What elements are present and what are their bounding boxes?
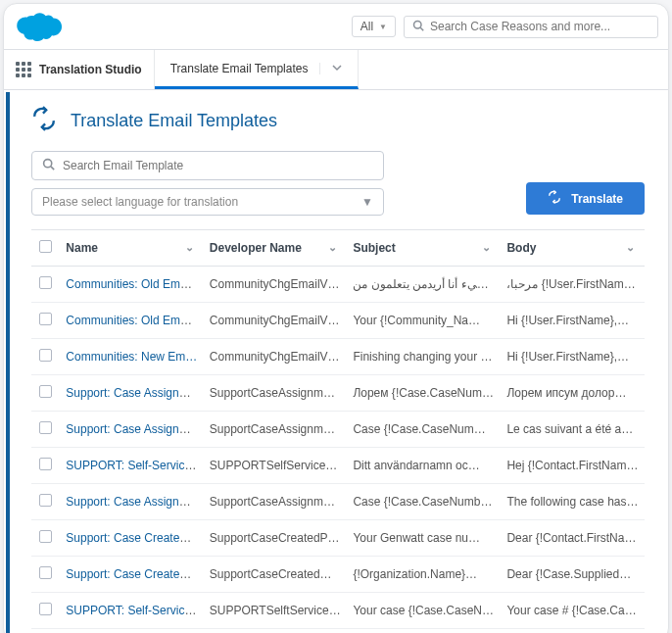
search-icon bbox=[42, 158, 55, 173]
select-all-checkbox[interactable] bbox=[39, 240, 52, 253]
cell-body: Your case # {!Case.Case… bbox=[501, 593, 645, 629]
table-row: Support: Case Assignm…SupportCaseAssignm… bbox=[31, 484, 645, 520]
cell-name: Support: Case Assignm… bbox=[60, 412, 204, 448]
caret-down-icon: ▼ bbox=[361, 195, 373, 209]
row-checkbox[interactable] bbox=[39, 349, 52, 362]
row-checkbox[interactable] bbox=[39, 421, 52, 434]
svg-line-1 bbox=[420, 27, 423, 30]
cell-subject: صحة أي شيء أنا أريدمن يتعلمون من… bbox=[347, 267, 501, 303]
template-link[interactable]: Support: Case Assignm… bbox=[66, 422, 200, 436]
chevron-down-icon: ⌄ bbox=[482, 241, 491, 254]
cell-name: Support: Case Created … bbox=[60, 557, 204, 593]
cell-developer-name: SupportCaseCreatedW… bbox=[204, 557, 348, 593]
app-name: Translation Studio bbox=[39, 63, 142, 76]
tab-dropdown-caret[interactable] bbox=[319, 63, 342, 74]
row-checkbox[interactable] bbox=[39, 494, 52, 507]
row-checkbox[interactable] bbox=[39, 566, 52, 579]
template-link[interactable]: SUPPORT: Self-Service … bbox=[66, 604, 204, 617]
table-row: Support: Case Created …SupportCaseCreate… bbox=[31, 557, 645, 593]
cell-developer-name: SUPPORTSelfServiceNe… bbox=[204, 448, 348, 484]
chevron-down-icon: ⌄ bbox=[328, 241, 337, 254]
cell-subject: {!Organization.Name}… bbox=[347, 557, 501, 593]
row-checkbox[interactable] bbox=[39, 313, 52, 325]
translate-icon bbox=[31, 106, 57, 135]
search-template-box[interactable] bbox=[31, 151, 384, 180]
cell-subject: Your Genwatt case nu… bbox=[347, 520, 501, 557]
salesforce-logo-icon bbox=[14, 10, 63, 43]
row-checkbox[interactable] bbox=[39, 603, 52, 615]
cell-body: ،مرحبا {!User.FirstName}… bbox=[501, 267, 645, 303]
cell-developer-name: CommunityChgEmailV… bbox=[204, 303, 348, 339]
tab-label: Translate Email Templates bbox=[170, 62, 309, 75]
cell-developer-name: CommunityChgEmailV… bbox=[204, 267, 348, 303]
svg-point-0 bbox=[414, 21, 422, 28]
cell-developer-name: SupportCaseCreatedPh… bbox=[204, 520, 348, 557]
cell-developer-name: SupportCaseAssignme… bbox=[204, 484, 348, 520]
table-row: Communities: New Em…CommunityChgEmailV…F… bbox=[31, 339, 645, 375]
cell-body: Le cas suivant a été aut… bbox=[501, 412, 645, 448]
app-launcher[interactable]: Translation Studio bbox=[4, 50, 155, 89]
col-header-body[interactable]: Body ⌄ bbox=[501, 230, 645, 267]
row-checkbox[interactable] bbox=[39, 458, 52, 470]
cell-body: Лорем ипсум долор… bbox=[501, 375, 645, 412]
col-header-developer-name[interactable]: Developer Name ⌄ bbox=[204, 230, 348, 267]
template-link[interactable]: Support: Case Assignm… bbox=[66, 495, 200, 509]
search-template-input[interactable] bbox=[63, 159, 373, 172]
chevron-down-icon: ⌄ bbox=[185, 241, 194, 254]
tab-translate-email-templates[interactable]: Translate Email Templates bbox=[155, 50, 360, 89]
template-link[interactable]: Support: Case Created … bbox=[66, 567, 201, 581]
caret-down-icon: ▼ bbox=[379, 23, 387, 31]
app-launcher-icon bbox=[16, 62, 31, 77]
row-checkbox[interactable] bbox=[39, 530, 52, 543]
search-icon bbox=[412, 20, 424, 34]
cell-developer-name: SupportCaseAssignme… bbox=[204, 412, 348, 448]
svg-line-3 bbox=[51, 167, 54, 170]
table-row: Communities: Old Ema…CommunityChgEmailV…… bbox=[31, 267, 645, 303]
cell-subject: Case {!Case.CaseNumb… bbox=[347, 484, 501, 520]
row-checkbox[interactable] bbox=[39, 276, 52, 289]
translate-icon bbox=[548, 190, 561, 207]
cell-body: The following case has… bbox=[501, 484, 645, 520]
cell-developer-name: CommunityChgEmailV… bbox=[204, 339, 348, 375]
cell-developer-name: SUPPORTSelftServiceNe… bbox=[204, 593, 348, 629]
table-row: SUPPORT: Self-Service …SUPPORTSelftServi… bbox=[31, 593, 645, 629]
chevron-down-icon: ⌄ bbox=[626, 241, 635, 254]
language-select[interactable]: Please select language for translation ▼ bbox=[31, 188, 384, 216]
cell-name: Support: Case Assignm… bbox=[60, 375, 204, 412]
template-link[interactable]: SUPPORT: Self-Service … bbox=[66, 459, 204, 472]
cell-developer-name: SupportCaseAssignme… bbox=[204, 375, 348, 412]
cell-name: Communities: Old Ema… bbox=[60, 303, 204, 339]
scope-filter-label: All bbox=[360, 20, 373, 33]
templates-table: Name ⌄ Developer Name ⌄ Subject ⌄ Body ⌄ bbox=[31, 229, 645, 629]
cell-subject: Лорем {!Case.CaseNum… bbox=[347, 375, 501, 412]
col-header-subject[interactable]: Subject ⌄ bbox=[347, 230, 501, 267]
scope-filter[interactable]: All ▼ bbox=[352, 16, 396, 37]
cell-name: SUPPORT: Self-Service … bbox=[60, 448, 204, 484]
cell-subject: Your case {!Case.CaseN… bbox=[347, 593, 501, 629]
cell-body: Hi {!User.FirstName},W… bbox=[501, 339, 645, 375]
table-row: Support: Case Created …SupportCaseCreate… bbox=[31, 520, 645, 557]
template-link[interactable]: Support: Case Assignm… bbox=[66, 386, 200, 400]
table-row: Support: Case Assignm…SupportCaseAssignm… bbox=[31, 412, 645, 448]
page-title: Translate Email Templates bbox=[71, 111, 277, 131]
global-search-input[interactable] bbox=[430, 20, 649, 33]
row-checkbox[interactable] bbox=[39, 385, 52, 398]
translate-button[interactable]: Translate bbox=[526, 182, 645, 215]
cell-name: Communities: Old Ema… bbox=[60, 267, 204, 303]
template-link[interactable]: Communities: Old Ema… bbox=[66, 314, 198, 327]
svg-point-2 bbox=[44, 160, 52, 168]
col-header-name[interactable]: Name ⌄ bbox=[60, 230, 204, 267]
cell-subject: Ditt användarnamn oc… bbox=[347, 448, 501, 484]
table-row: Communities: Old Ema…CommunityChgEmailV…… bbox=[31, 303, 645, 339]
cell-body: Dear {!Case.SuppliedNa… bbox=[501, 557, 645, 593]
template-link[interactable]: Communities: New Em… bbox=[66, 350, 197, 364]
table-row: SUPPORT: Self-Service …SUPPORTSelfServic… bbox=[31, 448, 645, 484]
cell-body: Hi {!User.FirstName},W… bbox=[501, 303, 645, 339]
cell-subject: Finishing changing your {!… bbox=[347, 339, 501, 375]
template-link[interactable]: Communities: Old Ema… bbox=[66, 277, 198, 291]
cell-name: Support: Case Created … bbox=[60, 520, 204, 557]
global-search[interactable] bbox=[404, 16, 658, 38]
template-link[interactable]: Support: Case Created … bbox=[66, 531, 201, 545]
cell-name: SUPPORT: Self-Service … bbox=[60, 593, 204, 629]
cell-name: Communities: New Em… bbox=[60, 339, 204, 375]
